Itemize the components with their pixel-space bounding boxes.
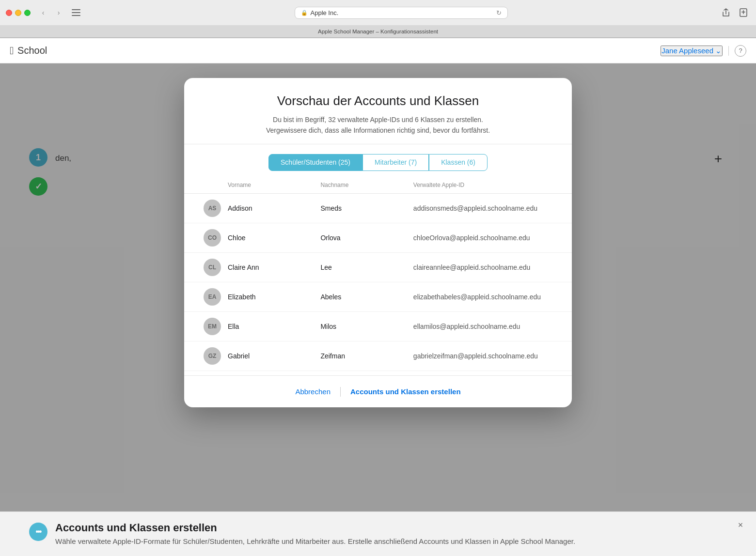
avatar-circle: CL — [204, 259, 221, 276]
close-window-button[interactable] — [6, 10, 12, 16]
cell-email: ellamilos@appleid.schoolname.edu — [413, 323, 552, 330]
table-row: CO Chloe Orlova chloeOrlova@appleid.scho… — [184, 223, 572, 253]
help-button[interactable]: ? — [735, 45, 746, 57]
address-bar: 🔒 Apple Inc. ↻ — [87, 7, 715, 19]
avatar-circle: CO — [204, 229, 221, 247]
col-firstname: Vorname — [228, 182, 320, 188]
cell-firstname: Gabriel — [228, 352, 320, 360]
close-notification-button[interactable]: × — [735, 520, 746, 531]
table-row: EM Ella Milos ellamilos@appleid.schoolna… — [184, 312, 572, 341]
col-email: Verwaltete Apple-ID — [413, 182, 552, 188]
avatar: EM — [204, 318, 228, 335]
modal-tabs: Schüler/Studenten (25) Mitarbeiter (7) K… — [184, 144, 572, 171]
notification-title: Accounts und Klassen erstellen — [55, 522, 575, 534]
avatar: CO — [204, 229, 228, 247]
avatar: GZ — [204, 347, 228, 365]
notification-description: Wähle verwaltete Apple-ID-Formate für Sc… — [55, 536, 575, 547]
address-bar-text: Apple Inc. — [311, 9, 339, 16]
cell-firstname: Ella — [228, 323, 320, 330]
app-logo:  School — [10, 45, 47, 57]
col-lastname: Nachname — [320, 182, 413, 188]
app-header:  School Jane Appleseed ⌄ ? — [0, 38, 756, 63]
header-right: Jane Appleseed ⌄ ? — [661, 45, 746, 57]
modal-header: Vorschau der Accounts und Klassen Du bis… — [184, 78, 572, 144]
nav-buttons: ‹ › — [36, 6, 65, 19]
table-body: AS Addison Smeds addisonsmeds@appleid.sc… — [184, 194, 572, 375]
forward-button[interactable]: › — [52, 6, 65, 19]
svg-rect-0 — [72, 9, 80, 10]
traffic-lights — [6, 10, 31, 16]
confirm-button[interactable]: Accounts und Klassen erstellen — [341, 384, 471, 400]
table-header: Vorname Nachname Verwaltete Apple-ID — [184, 177, 572, 194]
avatar-circle: EM — [204, 318, 221, 335]
tab-staff[interactable]: Mitarbeiter (7) — [362, 154, 429, 171]
maximize-window-button[interactable] — [24, 10, 31, 16]
header-divider — [728, 46, 729, 56]
cancel-button[interactable]: Abbrechen — [285, 384, 340, 400]
user-name: Jane Appleseed — [662, 46, 713, 55]
modal-backdrop: Vorschau der Accounts und Klassen Du bis… — [0, 63, 756, 556]
avatar-circle: EA — [204, 288, 221, 306]
modal-dialog: Vorschau der Accounts und Klassen Du bis… — [184, 78, 572, 407]
minimize-window-button[interactable] — [15, 10, 21, 16]
modal-title: Vorschau der Accounts und Klassen — [204, 93, 552, 108]
cell-firstname: Addison — [228, 204, 320, 212]
cell-lastname: Milos — [320, 323, 413, 330]
toolbar-actions — [719, 6, 750, 19]
lock-icon: 🔒 — [301, 10, 308, 16]
app-name: School — [17, 45, 47, 56]
back-button[interactable]: ‹ — [36, 6, 50, 19]
address-bar-inner[interactable]: 🔒 Apple Inc. ↻ — [295, 7, 508, 19]
tab-title: Apple School Manager – Konfigurationsass… — [318, 29, 438, 34]
svg-rect-1 — [72, 12, 80, 13]
table-row: AS Addison Smeds addisonsmeds@appleid.sc… — [184, 194, 572, 223]
col-avatar — [204, 182, 228, 188]
table-row: CL Claire Ann Lee claireannlee@appleid.s… — [184, 253, 572, 282]
add-bookmark-button[interactable] — [737, 6, 750, 19]
browser-chrome: ‹ › 🔒 Apple Inc. ↻ — [0, 0, 756, 38]
main-content: Konfigurationsassistent 1 den, + ✓ Vorsc… — [0, 63, 756, 556]
cell-lastname: Smeds — [320, 204, 413, 212]
modal-footer: Abbrechen Accounts und Klassen erstellen — [184, 375, 572, 407]
table-row: GZ Gabriel Zeifman gabrielzeifman@applei… — [184, 341, 572, 371]
avatar: CL — [204, 259, 228, 276]
cell-lastname: Lee — [320, 263, 413, 271]
sidebar-toggle-button[interactable] — [69, 6, 83, 19]
svg-rect-2 — [72, 15, 80, 16]
cell-email: addisonsmeds@appleid.schoolname.edu — [413, 204, 552, 212]
tab-classes[interactable]: Klassen (6) — [429, 154, 488, 171]
modal-subtitle-line2: Vergewissere dich, dass alle Information… — [204, 125, 552, 136]
modal-subtitle-line1: Du bist im Begriff, 32 verwaltete Apple-… — [204, 114, 552, 125]
help-icon: ? — [739, 47, 742, 54]
avatar-circle: GZ — [204, 347, 221, 365]
notification-step-icon: ••• — [29, 523, 47, 541]
avatar: AS — [204, 200, 228, 217]
cell-lastname: Abeles — [320, 293, 413, 301]
cell-email: elizabethabeles@appleid.schoolname.edu — [413, 293, 552, 301]
svg-rect-5 — [743, 10, 744, 14]
apple-logo-icon:  — [10, 45, 14, 57]
tab-students[interactable]: Schüler/Studenten (25) — [268, 154, 362, 171]
reload-button[interactable]: ↻ — [496, 9, 502, 16]
share-button[interactable] — [719, 6, 733, 19]
user-menu-button[interactable]: Jane Appleseed ⌄ — [661, 46, 723, 56]
cell-lastname: Orlova — [320, 234, 413, 242]
cell-lastname: Zeifman — [320, 352, 413, 360]
cell-firstname: Elizabeth — [228, 293, 320, 301]
cell-email: gabrielzeifman@appleid.schoolname.edu — [413, 352, 552, 360]
cell-firstname: Chloe — [228, 234, 320, 242]
table-row: GT Gavin Tien gavintien@appleid.schoolna… — [184, 371, 572, 375]
chevron-down-icon: ⌄ — [715, 46, 722, 55]
cell-email: claireannlee@appleid.schoolname.edu — [413, 263, 552, 271]
table-row: EA Elizabeth Abeles elizabethabeles@appl… — [184, 282, 572, 312]
cell-email: chloeOrlova@appleid.schoolname.edu — [413, 234, 552, 242]
cell-firstname: Claire Ann — [228, 263, 320, 271]
avatar: EA — [204, 288, 228, 306]
avatar-circle: AS — [204, 200, 221, 217]
notification-bar: ••• Accounts und Klassen erstellen Wähle… — [0, 511, 756, 556]
browser-toolbar: ‹ › 🔒 Apple Inc. ↻ — [0, 0, 756, 25]
notification-content: Accounts und Klassen erstellen Wähle ver… — [55, 522, 575, 547]
browser-tab-bar: Apple School Manager – Konfigurationsass… — [0, 25, 756, 38]
